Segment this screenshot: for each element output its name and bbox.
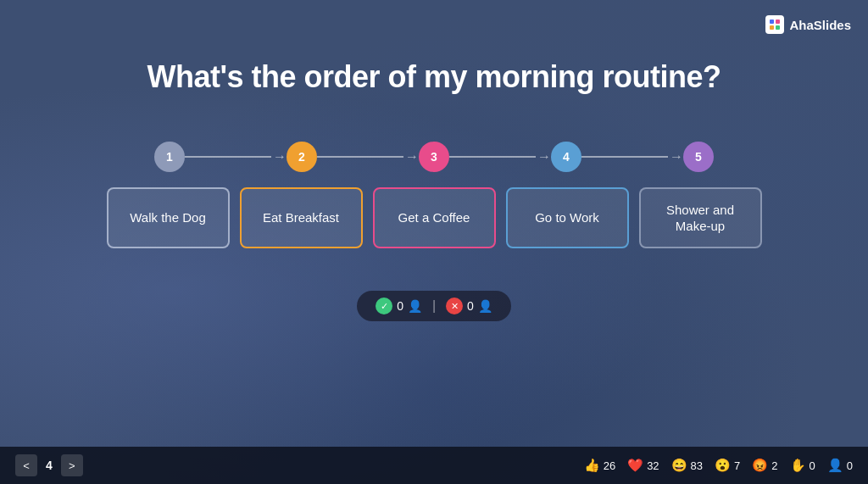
card-go-work[interactable]: Go to Work — [506, 187, 629, 248]
dot-1: 1 — [154, 142, 185, 172]
dot-5: 5 — [683, 142, 714, 172]
page-title: What's the order of my morning routine? — [147, 59, 721, 95]
svg-rect-3 — [776, 25, 780, 30]
correct-count: 0 — [397, 299, 403, 313]
dot-2: 2 — [287, 142, 317, 172]
arrow-1: → — [185, 149, 287, 164]
cross-icon: ✕ — [446, 298, 463, 314]
svg-rect-2 — [770, 25, 774, 30]
logo-icon — [765, 15, 784, 34]
arrow-4: → — [581, 149, 683, 164]
svg-rect-1 — [776, 19, 780, 24]
correct-status: ✓ 0 👤 — [376, 298, 422, 314]
cards-row: Walk the Dog Eat Breakfast Get a Coffee … — [107, 187, 762, 248]
logo-text: AhaSlides — [789, 18, 851, 32]
person-icon-incorrect: 👤 — [478, 299, 492, 313]
incorrect-status: ✕ 0 👤 — [446, 298, 492, 314]
timeline-dots: 1 → 2 → 3 → 4 — [154, 142, 714, 172]
card-get-coffee[interactable]: Get a Coffee — [373, 187, 496, 248]
dot-4: 4 — [551, 142, 581, 172]
card-walk-dog[interactable]: Walk the Dog — [107, 187, 230, 248]
svg-rect-0 — [770, 19, 774, 24]
card-wrapper-2: Eat Breakfast — [240, 187, 363, 248]
card-wrapper-1: Walk the Dog — [107, 187, 230, 248]
card-eat-breakfast[interactable]: Eat Breakfast — [240, 187, 363, 248]
incorrect-count: 0 — [467, 299, 474, 313]
arrow-2: → — [317, 149, 419, 164]
status-divider: | — [432, 298, 436, 314]
card-wrapper-3: Get a Coffee — [373, 187, 496, 248]
dot-3: 3 — [419, 142, 449, 172]
card-shower-makeup[interactable]: Shower and Make-up — [639, 187, 762, 248]
arrow-3: → — [449, 149, 551, 164]
card-wrapper-4: Go to Work — [506, 187, 629, 248]
header: AhaSlides — [0, 0, 868, 34]
person-icon-correct: 👤 — [408, 299, 422, 313]
status-bar: ✓ 0 👤 | ✕ 0 👤 — [357, 291, 511, 321]
logo: AhaSlides — [765, 15, 851, 34]
card-wrapper-5: Shower and Make-up — [639, 187, 762, 248]
check-icon: ✓ — [376, 298, 392, 314]
timeline-section: 1 → 2 → 3 → 4 — [0, 142, 868, 248]
